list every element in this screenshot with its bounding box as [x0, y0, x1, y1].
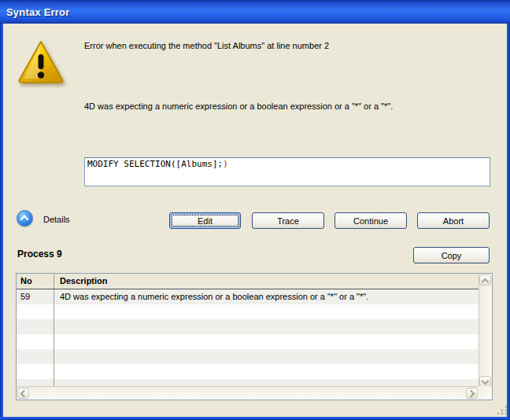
chevron-left-icon — [20, 390, 28, 398]
column-header-description[interactable]: Description — [54, 274, 479, 289]
error-code-box[interactable]: MODIFY SELECTION([Albums];) — [84, 157, 490, 186]
table-row[interactable] — [17, 334, 479, 349]
titlebar[interactable]: Syntax Error — [0, 0, 510, 24]
chevron-down-icon — [482, 378, 490, 385]
cell-description — [54, 319, 479, 334]
continue-button[interactable]: Continue — [334, 212, 407, 229]
vertical-scrollbar[interactable] — [479, 274, 492, 388]
window-border-bottom — [0, 417, 510, 420]
scroll-left-button[interactable] — [17, 388, 29, 399]
cell-no — [17, 304, 54, 319]
table-body: 59 4D was expecting a numeric expression… — [17, 289, 479, 388]
table-row[interactable]: 59 4D was expecting a numeric expression… — [17, 289, 479, 304]
cell-description — [54, 364, 479, 379]
error-message: Error when executing the method "List Al… — [84, 41, 493, 51]
window-border-right — [507, 24, 510, 417]
window-title: Syntax Error — [6, 6, 69, 18]
scroll-right-button[interactable] — [466, 388, 478, 399]
cell-description: 4D was expecting a numeric expression or… — [54, 289, 479, 304]
table-row[interactable] — [17, 349, 479, 364]
chevron-up-icon — [20, 215, 28, 223]
cell-no — [17, 364, 54, 379]
abort-button[interactable]: Abort — [417, 212, 490, 229]
error-list-table: No Description 59 4D was expecting a num… — [16, 273, 493, 400]
column-header-no[interactable]: No — [17, 274, 54, 289]
cell-no — [17, 349, 54, 364]
chevron-up-icon — [482, 278, 490, 286]
error-detail-message: 4D was expecting a numeric expression or… — [84, 101, 493, 112]
cell-description — [54, 334, 479, 349]
scrollbar-corner — [479, 386, 492, 400]
syntax-error-dialog: Syntax Error Error when executing the m — [0, 0, 510, 420]
warning-icon — [16, 38, 66, 88]
cell-description — [54, 349, 479, 364]
trace-button[interactable]: Trace — [252, 212, 324, 229]
edit-button[interactable]: Edit — [169, 212, 241, 229]
cell-description — [54, 304, 479, 319]
table-row[interactable] — [17, 364, 479, 379]
table-header: No Description — [17, 274, 479, 289]
scroll-down-button[interactable] — [479, 376, 491, 387]
copy-button[interactable]: Copy — [413, 247, 490, 263]
code-error-char: ) — [223, 159, 228, 169]
scroll-up-button[interactable] — [479, 274, 491, 286]
cell-no — [17, 334, 54, 349]
horizontal-scrollbar[interactable] — [17, 386, 479, 400]
chevron-right-icon — [468, 390, 475, 398]
table-row[interactable] — [17, 319, 479, 334]
details-toggle-button[interactable] — [17, 210, 33, 227]
table-row[interactable] — [17, 304, 479, 319]
dialog-body: Error when executing the method "List Al… — [3, 24, 507, 417]
cell-no — [17, 319, 54, 334]
cell-no: 59 — [17, 289, 54, 304]
resize-grip[interactable] — [496, 404, 508, 415]
process-label: Process 9 — [17, 249, 62, 260]
code-text: MODIFY SELECTION([Albums]; — [87, 159, 223, 169]
details-label: Details — [43, 215, 70, 224]
